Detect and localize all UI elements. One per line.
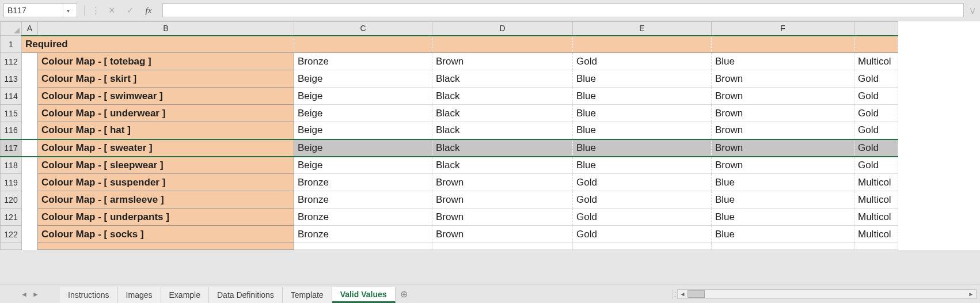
cell[interactable] — [22, 105, 38, 122]
cell[interactable]: Blue — [573, 88, 712, 105]
sheet-tab[interactable]: Template — [283, 287, 332, 303]
cell[interactable] — [22, 53, 38, 70]
row-header[interactable]: 113 — [1, 70, 22, 88]
formula-input[interactable] — [162, 3, 964, 17]
cell[interactable]: Brown — [712, 139, 854, 157]
cell[interactable]: Colour Map - [ sweater ] — [38, 139, 294, 157]
cell[interactable]: Black — [432, 88, 573, 105]
cell[interactable] — [22, 209, 38, 226]
sheet-tab[interactable]: Images — [118, 287, 161, 303]
row-header[interactable]: 114 — [1, 88, 22, 105]
cell[interactable]: Gold — [854, 157, 898, 174]
cell[interactable]: Gold — [854, 70, 898, 88]
row-header[interactable]: 116 — [1, 122, 22, 139]
cell[interactable]: Colour Map - [ hat ] — [38, 122, 294, 139]
cell[interactable] — [712, 243, 854, 250]
row-header[interactable]: 119 — [1, 174, 22, 191]
cell[interactable] — [432, 243, 573, 250]
cell[interactable]: Beige — [294, 70, 432, 88]
cell[interactable]: Bronze — [294, 191, 432, 209]
cell[interactable]: Brown — [432, 226, 573, 243]
cell[interactable]: Black — [432, 157, 573, 174]
row-header[interactable] — [1, 243, 22, 250]
cell[interactable]: Colour Map - [ skirt ] — [38, 70, 294, 88]
cell[interactable]: Blue — [712, 209, 854, 226]
cell[interactable]: Colour Map - [ totebag ] — [38, 53, 294, 70]
row-header[interactable]: 122 — [1, 226, 22, 243]
cell[interactable] — [22, 226, 38, 243]
cell[interactable] — [22, 174, 38, 191]
row-header[interactable]: 117 — [1, 139, 22, 157]
cell[interactable]: Gold — [573, 191, 712, 209]
cell[interactable]: Colour Map - [ underwear ] — [38, 105, 294, 122]
cell[interactable] — [22, 88, 38, 105]
cell-F1[interactable] — [712, 36, 854, 53]
cell[interactable]: Gold — [854, 88, 898, 105]
row-header[interactable]: 121 — [1, 209, 22, 226]
cancel-button[interactable]: ✕ — [105, 3, 119, 17]
sheet-tab[interactable]: Instructions — [60, 287, 118, 303]
cell[interactable]: Multicol — [854, 53, 898, 70]
row-header[interactable]: 1 — [1, 36, 22, 53]
cell[interactable]: Gold — [854, 105, 898, 122]
cell[interactable]: Colour Map - [ socks ] — [38, 226, 294, 243]
cell-E1[interactable] — [573, 36, 712, 53]
cell[interactable]: Blue — [712, 174, 854, 191]
cell[interactable]: Blue — [573, 105, 712, 122]
cell[interactable]: Multicol — [854, 174, 898, 191]
col-header-D[interactable]: D — [432, 22, 573, 36]
cell-A1[interactable]: Required — [22, 36, 294, 53]
cell[interactable]: Blue — [712, 226, 854, 243]
cell[interactable]: Gold — [573, 174, 712, 191]
row-header[interactable]: 118 — [1, 157, 22, 174]
cell[interactable]: Black — [432, 122, 573, 139]
hscroll-thumb[interactable] — [687, 290, 705, 298]
cell[interactable]: Brown — [432, 191, 573, 209]
col-header-C[interactable]: C — [294, 22, 432, 36]
cell[interactable]: Beige — [294, 105, 432, 122]
row-header[interactable]: 112 — [1, 53, 22, 70]
split-grip-left[interactable]: ⋮ — [673, 289, 677, 299]
cell-G1[interactable] — [854, 36, 898, 53]
cell[interactable]: Brown — [712, 122, 854, 139]
cell[interactable] — [22, 191, 38, 209]
cell[interactable]: Brown — [432, 209, 573, 226]
cell[interactable]: Blue — [573, 157, 712, 174]
name-box-dropdown-icon[interactable]: ▾ — [63, 4, 73, 17]
cell[interactable]: Blue — [712, 191, 854, 209]
cell[interactable] — [294, 243, 432, 250]
cell[interactable]: Beige — [294, 88, 432, 105]
fx-button[interactable]: fx — [142, 3, 155, 17]
cell[interactable]: Multicol — [854, 209, 898, 226]
cell[interactable]: Black — [432, 70, 573, 88]
cell[interactable]: Gold — [573, 53, 712, 70]
cell[interactable]: Blue — [573, 139, 712, 157]
cell[interactable]: Blue — [573, 70, 712, 88]
cell[interactable] — [854, 243, 898, 250]
cell[interactable]: Beige — [294, 139, 432, 157]
scroll-left-button[interactable]: ◄ — [678, 290, 687, 298]
cell[interactable] — [22, 122, 38, 139]
sheet-tab[interactable]: Valid Values — [332, 287, 396, 303]
tab-nav-next-icon[interactable]: ► — [32, 290, 39, 298]
cell[interactable] — [22, 157, 38, 174]
cell[interactable]: Brown — [432, 53, 573, 70]
sheet-tab[interactable]: Example — [161, 287, 209, 303]
col-header-A[interactable]: A — [22, 22, 38, 36]
cell[interactable]: Brown — [712, 105, 854, 122]
hscroll-track[interactable]: ◄ ► — [677, 289, 977, 299]
row-header[interactable]: 115 — [1, 105, 22, 122]
cell[interactable]: Blue — [573, 122, 712, 139]
cell-C1[interactable] — [294, 36, 432, 53]
tab-nav-prev-icon[interactable]: ◄ — [21, 290, 28, 298]
cell[interactable]: Bronze — [294, 174, 432, 191]
cell-D1[interactable] — [432, 36, 573, 53]
row-header[interactable]: 120 — [1, 191, 22, 209]
cell[interactable]: Colour Map - [ suspender ] — [38, 174, 294, 191]
cell[interactable]: Colour Map - [ armsleeve ] — [38, 191, 294, 209]
formula-expand-icon[interactable]: ⋁ — [968, 7, 977, 14]
sheet-tab[interactable]: Data Definitions — [209, 287, 283, 303]
cell[interactable]: Blue — [712, 53, 854, 70]
cell[interactable]: Multicol — [854, 191, 898, 209]
cell[interactable]: Bronze — [294, 209, 432, 226]
